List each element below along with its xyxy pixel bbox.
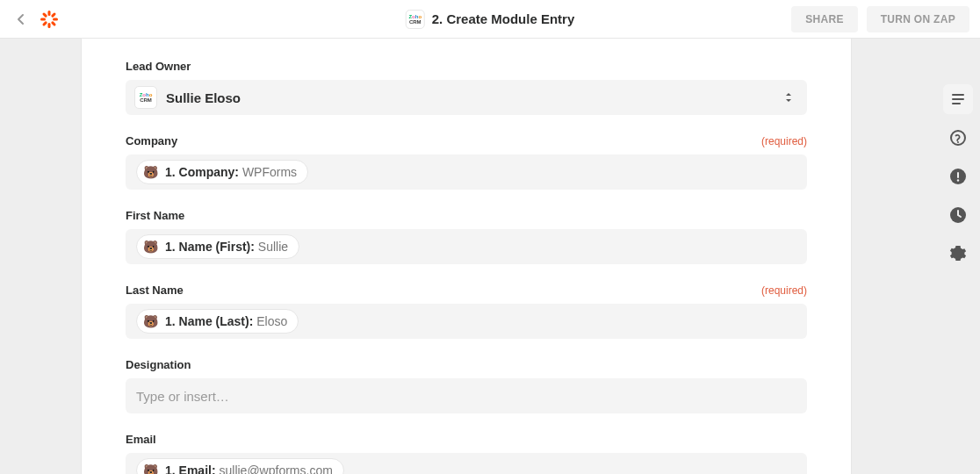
step-title: 2. Create Module Entry: [432, 11, 575, 26]
token-label: 1. Company:: [165, 165, 239, 179]
required-badge: (required): [761, 135, 807, 147]
company-input[interactable]: 🐻 1. Company: WPForms: [126, 154, 807, 190]
svg-rect-1: [48, 23, 51, 28]
zoho-crm-badge-icon: ZohoCRM: [406, 10, 425, 29]
lead-owner-value: Sullie Eloso: [166, 90, 241, 105]
help-icon: [949, 129, 967, 147]
alert-icon: [949, 168, 967, 185]
right-rail: [943, 84, 973, 269]
svg-rect-11: [957, 172, 959, 178]
svg-rect-5: [42, 20, 47, 25]
header-right: SHARE TURN ON ZAP: [791, 6, 969, 32]
svg-point-9: [957, 141, 959, 143]
field-label: Email: [126, 433, 156, 446]
outline-button[interactable]: [943, 84, 973, 114]
settings-button[interactable]: [943, 239, 973, 269]
field-token[interactable]: 🐻 1. Name (Last): Eloso: [136, 309, 299, 334]
zoho-crm-badge-icon: ZohoCRM: [134, 86, 157, 109]
token-label: 1. Name (First):: [165, 240, 255, 254]
email-input[interactable]: 🐻 1. Email: sullie@wpforms.com: [126, 453, 807, 474]
field-label: Company: [126, 134, 177, 147]
token-value: Sullie: [258, 240, 288, 254]
svg-rect-6: [42, 11, 47, 17]
field-first-name: First Name 🐻 1. Name (First): Sullie: [126, 209, 807, 264]
field-label: First Name: [126, 209, 184, 222]
field-label: Last Name: [126, 284, 184, 297]
wpforms-icon: 🐻: [142, 239, 158, 255]
svg-rect-7: [51, 20, 56, 25]
field-last-name: Last Name (required) 🐻 1. Name (Last): E…: [126, 284, 807, 339]
header-left: [11, 9, 60, 30]
alert-button[interactable]: [943, 162, 973, 191]
token-value: sullie@wpforms.com: [219, 463, 332, 474]
select-value: ZohoCRM Sullie Eloso: [134, 86, 241, 109]
zapier-logo-icon: [39, 9, 60, 30]
share-button[interactable]: SHARE: [791, 6, 858, 32]
wpforms-icon: 🐻: [142, 313, 158, 329]
field-token[interactable]: 🐻 1. Name (First): Sullie: [136, 234, 299, 259]
svg-rect-2: [40, 18, 46, 20]
field-designation: Designation Type or insert…: [126, 358, 807, 413]
turn-on-zap-button[interactable]: TURN ON ZAP: [867, 6, 969, 32]
token-label: 1. Name (Last):: [165, 314, 253, 328]
last-name-input[interactable]: 🐻 1. Name (Last): Eloso: [126, 304, 807, 339]
help-button[interactable]: [943, 123, 973, 153]
history-button[interactable]: [943, 200, 973, 230]
sort-arrows-icon: [784, 91, 793, 104]
field-lead-owner: Lead Owner ZohoCRM Sullie Eloso: [126, 60, 807, 115]
back-button[interactable]: [11, 9, 32, 30]
header-center: ZohoCRM 2. Create Module Entry: [406, 10, 575, 29]
field-token[interactable]: 🐻 1. Company: WPForms: [136, 160, 308, 184]
svg-rect-4: [51, 11, 56, 17]
stage: Lead Owner ZohoCRM Sullie Eloso Company …: [0, 39, 980, 474]
wpforms-icon: 🐻: [142, 164, 158, 180]
token-value: WPForms: [242, 165, 297, 179]
field-email: Email 🐻 1. Email: sullie@wpforms.com: [126, 433, 807, 474]
chevron-left-icon: [17, 13, 25, 25]
lead-owner-select[interactable]: ZohoCRM Sullie Eloso: [126, 80, 807, 115]
wpforms-icon: 🐻: [142, 463, 158, 474]
clock-icon: [949, 206, 967, 224]
svg-rect-0: [48, 11, 51, 16]
field-label: Lead Owner: [126, 60, 191, 73]
token-value: Eloso: [256, 314, 287, 328]
field-label: Designation: [126, 358, 191, 371]
gear-icon: [949, 245, 967, 262]
field-token[interactable]: 🐻 1. Email: sullie@wpforms.com: [136, 458, 344, 474]
required-badge: (required): [761, 284, 807, 297]
svg-rect-3: [53, 18, 58, 20]
outline-icon: [950, 91, 966, 107]
first-name-input[interactable]: 🐻 1. Name (First): Sullie: [126, 229, 807, 264]
token-label: 1. Email:: [165, 463, 216, 474]
svg-point-12: [957, 179, 959, 181]
app-header: ZohoCRM 2. Create Module Entry SHARE TUR…: [0, 0, 980, 39]
form-panel: Lead Owner ZohoCRM Sullie Eloso Company …: [81, 39, 852, 474]
designation-input[interactable]: Type or insert…: [126, 378, 807, 413]
field-company: Company (required) 🐻 1. Company: WPForms: [126, 134, 807, 190]
placeholder-text: Type or insert…: [136, 389, 229, 404]
